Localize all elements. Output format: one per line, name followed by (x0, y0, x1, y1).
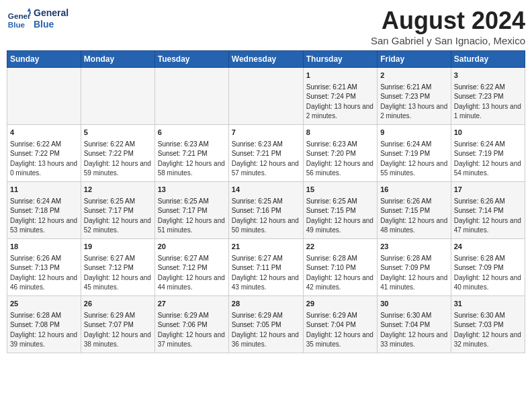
sunset-text: Sunset: 7:19 PM (454, 149, 522, 159)
calendar-day-cell: 21Sunrise: 6:27 AMSunset: 7:11 PMDayligh… (228, 238, 303, 295)
sunset-text: Sunset: 7:24 PM (306, 92, 374, 102)
day-number: 27 (158, 299, 226, 310)
day-number: 11 (10, 185, 78, 195)
calendar-body: 1Sunrise: 6:21 AMSunset: 7:24 PMDaylight… (7, 68, 525, 353)
calendar-day-cell: 31Sunrise: 6:30 AMSunset: 7:03 PMDayligh… (451, 295, 525, 353)
day-number: 10 (454, 128, 522, 138)
weekday-header-cell: Tuesday (154, 51, 228, 68)
calendar-week-row: 18Sunrise: 6:26 AMSunset: 7:13 PMDayligh… (7, 238, 525, 295)
daylight-text: Daylight: 12 hours and 50 minutes. (232, 216, 300, 236)
sunrise-text: Sunrise: 6:23 AM (232, 140, 300, 150)
daylight-text: Daylight: 12 hours and 35 minutes. (306, 330, 374, 350)
day-number: 26 (84, 299, 152, 310)
day-number: 25 (10, 299, 78, 310)
calendar-day-cell: 10Sunrise: 6:24 AMSunset: 7:19 PMDayligh… (451, 124, 525, 181)
sunrise-text: Sunrise: 6:22 AM (10, 140, 78, 150)
sunrise-text: Sunrise: 6:26 AM (454, 197, 522, 207)
calendar-week-row: 1Sunrise: 6:21 AMSunset: 7:24 PMDaylight… (7, 68, 525, 125)
daylight-text: Daylight: 12 hours and 45 minutes. (84, 273, 152, 293)
weekday-header-row: SundayMondayTuesdayWednesdayThursdayFrid… (7, 51, 525, 68)
calendar-day-cell: 25Sunrise: 6:28 AMSunset: 7:08 PMDayligh… (7, 295, 81, 353)
day-number: 31 (454, 299, 522, 310)
logo-text-line2: Blue (34, 19, 69, 30)
daylight-text: Daylight: 12 hours and 53 minutes. (10, 216, 78, 236)
weekday-header-cell: Monday (81, 51, 154, 68)
sunrise-text: Sunrise: 6:29 AM (306, 311, 374, 321)
sunrise-text: Sunrise: 6:28 AM (10, 311, 78, 321)
sunset-text: Sunset: 7:21 PM (158, 149, 226, 159)
day-number: 1 (306, 71, 374, 81)
sunset-text: Sunset: 7:16 PM (232, 206, 300, 216)
daylight-text: Daylight: 13 hours and 0 minutes. (10, 159, 78, 179)
daylight-text: Daylight: 12 hours and 36 minutes. (232, 330, 300, 350)
calendar-day-cell: 20Sunrise: 6:27 AMSunset: 7:12 PMDayligh… (154, 238, 228, 295)
sunrise-text: Sunrise: 6:21 AM (306, 83, 374, 93)
sunset-text: Sunset: 7:19 PM (380, 149, 448, 159)
sunset-text: Sunset: 7:13 PM (10, 263, 78, 273)
daylight-text: Daylight: 12 hours and 49 minutes. (306, 216, 374, 236)
sunrise-text: Sunrise: 6:25 AM (158, 197, 226, 207)
sunset-text: Sunset: 7:14 PM (454, 206, 522, 216)
sunset-text: Sunset: 7:04 PM (306, 320, 374, 330)
calendar-week-row: 11Sunrise: 6:24 AMSunset: 7:18 PMDayligh… (7, 181, 525, 238)
sunset-text: Sunset: 7:17 PM (84, 206, 152, 216)
calendar-day-cell (154, 68, 228, 125)
sunset-text: Sunset: 7:15 PM (380, 206, 448, 216)
sunrise-text: Sunrise: 6:25 AM (306, 197, 374, 207)
sunset-text: Sunset: 7:15 PM (306, 206, 374, 216)
sunset-text: Sunset: 7:22 PM (10, 149, 78, 159)
sunrise-text: Sunrise: 6:28 AM (306, 254, 374, 264)
day-number: 23 (380, 242, 448, 253)
daylight-text: Daylight: 12 hours and 43 minutes. (232, 273, 300, 293)
daylight-text: Daylight: 12 hours and 54 minutes. (454, 159, 522, 179)
calendar-day-cell: 6Sunrise: 6:23 AMSunset: 7:21 PMDaylight… (154, 124, 228, 181)
sunset-text: Sunset: 7:05 PM (232, 320, 300, 330)
day-number: 6 (158, 128, 226, 138)
day-number: 21 (232, 242, 300, 253)
sunrise-text: Sunrise: 6:27 AM (158, 254, 226, 264)
sunrise-text: Sunrise: 6:22 AM (84, 140, 152, 150)
sunset-text: Sunset: 7:20 PM (306, 149, 374, 159)
calendar-day-cell: 29Sunrise: 6:29 AMSunset: 7:04 PMDayligh… (303, 295, 377, 353)
sunrise-text: Sunrise: 6:29 AM (84, 311, 152, 321)
calendar-day-cell: 14Sunrise: 6:25 AMSunset: 7:16 PMDayligh… (228, 181, 303, 238)
calendar-day-cell: 8Sunrise: 6:23 AMSunset: 7:20 PMDaylight… (303, 124, 377, 181)
day-number: 30 (380, 299, 448, 310)
sunset-text: Sunset: 7:08 PM (10, 320, 78, 330)
sunset-text: Sunset: 7:12 PM (84, 263, 152, 273)
day-number: 17 (454, 185, 522, 195)
calendar-subtitle: San Gabriel y San Ignacio, Mexico (371, 35, 525, 46)
calendar-day-cell: 23Sunrise: 6:28 AMSunset: 7:09 PMDayligh… (378, 238, 451, 295)
daylight-text: Daylight: 12 hours and 48 minutes. (380, 216, 448, 236)
day-number: 3 (454, 71, 522, 81)
weekday-header-cell: Wednesday (228, 51, 303, 68)
weekday-header-cell: Friday (378, 51, 451, 68)
title-area: August 2024 San Gabriel y San Ignacio, M… (371, 7, 525, 46)
calendar-day-cell: 30Sunrise: 6:30 AMSunset: 7:04 PMDayligh… (378, 295, 451, 353)
calendar-day-cell: 11Sunrise: 6:24 AMSunset: 7:18 PMDayligh… (7, 181, 81, 238)
calendar-day-cell: 22Sunrise: 6:28 AMSunset: 7:10 PMDayligh… (303, 238, 377, 295)
daylight-text: Daylight: 12 hours and 57 minutes. (232, 159, 300, 179)
logo: General Blue General Blue (7, 7, 69, 31)
sunset-text: Sunset: 7:09 PM (454, 263, 522, 273)
sunrise-text: Sunrise: 6:29 AM (158, 311, 226, 321)
sunset-text: Sunset: 7:18 PM (10, 206, 78, 216)
logo-text-line1: General (34, 7, 69, 19)
day-number: 18 (10, 242, 78, 253)
sunset-text: Sunset: 7:12 PM (158, 263, 226, 273)
calendar-day-cell: 13Sunrise: 6:25 AMSunset: 7:17 PMDayligh… (154, 181, 228, 238)
daylight-text: Daylight: 12 hours and 59 minutes. (84, 159, 152, 179)
sunrise-text: Sunrise: 6:26 AM (380, 197, 448, 207)
sunrise-text: Sunrise: 6:25 AM (84, 197, 152, 207)
sunrise-text: Sunrise: 6:30 AM (380, 311, 448, 321)
daylight-text: Daylight: 13 hours and 2 minutes. (380, 102, 448, 122)
sunset-text: Sunset: 7:23 PM (380, 92, 448, 102)
svg-marker-2 (28, 8, 31, 11)
daylight-text: Daylight: 12 hours and 44 minutes. (158, 273, 226, 293)
sunrise-text: Sunrise: 6:23 AM (306, 140, 374, 150)
sunrise-text: Sunrise: 6:30 AM (454, 311, 522, 321)
daylight-text: Daylight: 12 hours and 56 minutes. (306, 159, 374, 179)
header: General Blue General Blue August 2024 Sa… (7, 7, 525, 46)
sunset-text: Sunset: 7:04 PM (380, 320, 448, 330)
day-number: 8 (306, 128, 374, 138)
